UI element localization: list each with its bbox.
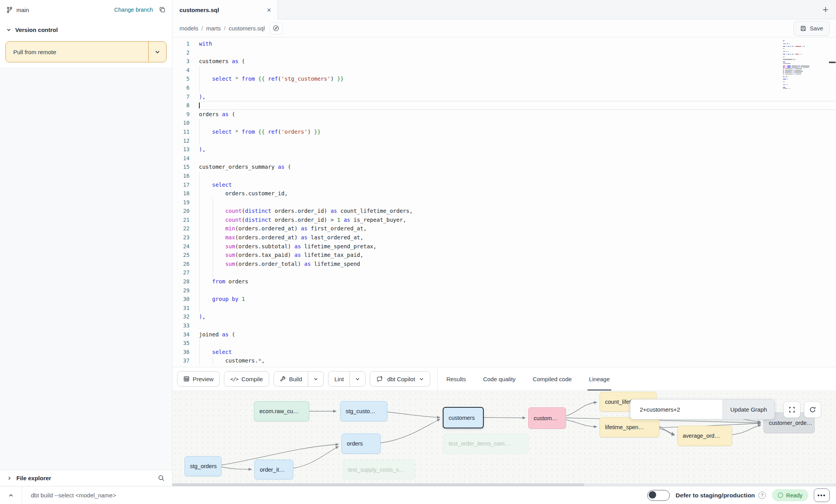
- lineage-node-stg-orders[interactable]: stg_orders: [185, 456, 222, 476]
- lineage-node-orders[interactable]: orders: [341, 433, 381, 454]
- code-line[interactable]: 9orders as (: [172, 110, 836, 119]
- editor-scrollbar-thumb[interactable]: [829, 62, 836, 63]
- code-line[interactable]: 12: [172, 136, 836, 145]
- code-line[interactable]: 17 select: [172, 180, 836, 189]
- breadcrumb-item[interactable]: models: [179, 25, 198, 32]
- code-line[interactable]: 13),: [172, 145, 836, 154]
- line-number: 8: [172, 101, 190, 110]
- indent-guide: [199, 251, 200, 260]
- code-line[interactable]: 27: [172, 268, 836, 277]
- code-line[interactable]: 2: [172, 48, 836, 57]
- code-line[interactable]: 6: [172, 83, 836, 92]
- code-line[interactable]: 33: [172, 321, 836, 330]
- save-button[interactable]: Save: [793, 21, 830, 36]
- code-line[interactable]: 23 max(orders.ordered_at) as last_ordere…: [172, 233, 836, 242]
- copilot-compass-button[interactable]: [270, 23, 283, 34]
- build-dropdown-caret[interactable]: [308, 371, 323, 386]
- code-line[interactable]: 35: [172, 339, 836, 348]
- build-button[interactable]: Build: [273, 371, 324, 387]
- lint-dropdown-caret[interactable]: [350, 371, 365, 386]
- expand-command-bar-button[interactable]: [0, 493, 22, 498]
- lineage-node-ecom-raw-customers[interactable]: ecom.raw_cu…: [254, 401, 309, 421]
- code-line[interactable]: 10: [172, 118, 836, 127]
- graph-search-input[interactable]: 2+customers+2: [630, 400, 722, 419]
- code-line[interactable]: 25 sum(orders.tax_paid) as lifetime_tax_…: [172, 251, 836, 260]
- code-line[interactable]: 5 select * from {{ ref('stg_customers') …: [172, 74, 836, 83]
- code-line[interactable]: 1with: [172, 39, 836, 48]
- code-editor[interactable]: 1with23customers as (45 select * from {{…: [172, 37, 836, 367]
- more-options-button[interactable]: •••: [814, 488, 830, 502]
- code-line[interactable]: 22 min(orders.ordered_at) as first_order…: [172, 224, 836, 233]
- tab-results[interactable]: Results: [438, 367, 474, 391]
- pull-from-remote-button[interactable]: Pull from remote: [5, 41, 167, 62]
- compile-button[interactable]: </> Compile: [224, 371, 269, 387]
- copilot-sparkle-icon: [376, 375, 383, 382]
- command-input[interactable]: dbt build --select <model_name>: [31, 492, 116, 499]
- main-panel: customers.sql × + models/marts/customers…: [172, 0, 836, 486]
- code-line[interactable]: 3customers as (: [172, 57, 836, 66]
- code-line[interactable]: 8: [172, 101, 836, 110]
- tab-lineage[interactable]: Lineage: [580, 367, 618, 391]
- code-line[interactable]: 16: [172, 172, 836, 180]
- lineage-node-average-order[interactable]: average_ord…: [677, 426, 732, 446]
- fullscreen-button[interactable]: [783, 401, 801, 418]
- new-tab-button[interactable]: +: [815, 0, 836, 19]
- code-line[interactable]: 24 sum(orders.subtotal) as lifetime_spen…: [172, 242, 836, 251]
- tab-customers-sql[interactable]: customers.sql ×: [172, 0, 278, 19]
- lineage-node-order-items[interactable]: order_it…: [254, 460, 293, 479]
- lineage-horizontal-scrollbar[interactable]: [172, 483, 836, 486]
- line-number: 16: [172, 172, 190, 180]
- line-number: 11: [172, 127, 190, 136]
- code-line[interactable]: 36 select: [172, 348, 836, 357]
- code-line[interactable]: 34joined as (: [172, 330, 836, 339]
- line-number: 32: [172, 312, 190, 321]
- code-line[interactable]: 15customer_orders_summary as (: [172, 163, 836, 172]
- lint-button[interactable]: Lint: [328, 371, 366, 387]
- code-line[interactable]: 18 orders.customer_id,: [172, 189, 836, 198]
- copy-icon[interactable]: [159, 6, 166, 13]
- update-graph-button[interactable]: Update Graph: [722, 400, 774, 419]
- status-badge[interactable]: Ready: [772, 489, 808, 501]
- refresh-button[interactable]: [804, 401, 821, 418]
- indent-guide: [213, 260, 213, 269]
- lineage-node-customers-semantic[interactable]: custom…: [528, 407, 566, 429]
- copilot-dropdown-caret[interactable]: [419, 377, 424, 382]
- minimap[interactable]: [783, 41, 816, 89]
- code-line[interactable]: 7),: [172, 92, 836, 101]
- code-line[interactable]: 14: [172, 154, 836, 163]
- file-explorer-header[interactable]: File explorer: [0, 470, 172, 486]
- lineage-node-test-supply-costs[interactable]: test_supply_costs_s…: [343, 460, 415, 479]
- code-line[interactable]: 4: [172, 66, 836, 75]
- breadcrumb-item[interactable]: marts: [206, 25, 221, 32]
- indent-guide: [199, 304, 200, 313]
- help-icon[interactable]: ?: [758, 492, 766, 499]
- tab-code-quality[interactable]: Code quality: [474, 367, 524, 391]
- code-line[interactable]: 30 group by 1: [172, 295, 836, 304]
- code-line[interactable]: 19: [172, 198, 836, 207]
- code-line[interactable]: 26 sum(orders.order_total) as lifetime_s…: [172, 260, 836, 269]
- lineage-graph[interactable]: ecom.raw_cu…stg_custo…ordersstg_ordersor…: [172, 391, 836, 486]
- lineage-node-stg-customers[interactable]: stg_custo…: [340, 401, 387, 421]
- search-icon[interactable]: [158, 474, 165, 482]
- change-branch-link[interactable]: Change branch: [114, 7, 153, 13]
- code-line[interactable]: 20 count(distinct orders.order_id) as co…: [172, 207, 836, 216]
- code-line[interactable]: 29: [172, 286, 836, 295]
- defer-toggle[interactable]: [647, 490, 670, 501]
- dbt-copilot-button[interactable]: dbt Copilot: [370, 371, 430, 387]
- breadcrumb-item[interactable]: customers.sql: [229, 25, 265, 32]
- lineage-node-customers[interactable]: customers: [443, 407, 484, 428]
- code-line[interactable]: 31: [172, 304, 836, 313]
- tab-compiled-code[interactable]: Compiled code: [524, 367, 580, 391]
- lineage-node-lifetime-spend[interactable]: lifetime_spen…: [600, 417, 659, 437]
- code-line[interactable]: 28 from orders: [172, 277, 836, 286]
- close-icon[interactable]: ×: [267, 6, 271, 14]
- code-line[interactable]: 21 count(distinct orders.order_id) > 1 a…: [172, 216, 836, 225]
- lineage-node-test-order-items[interactable]: test_order_items_com…: [443, 433, 529, 454]
- code-line[interactable]: 37 customers.*,: [172, 356, 836, 365]
- line-number: 23: [172, 233, 190, 242]
- code-line[interactable]: 32),: [172, 312, 836, 321]
- version-control-header[interactable]: Version control: [0, 21, 172, 38]
- preview-button[interactable]: Preview: [177, 371, 220, 387]
- code-line[interactable]: 11 select * from {{ ref('orders') }}: [172, 127, 836, 136]
- pull-dropdown-caret[interactable]: [148, 42, 166, 62]
